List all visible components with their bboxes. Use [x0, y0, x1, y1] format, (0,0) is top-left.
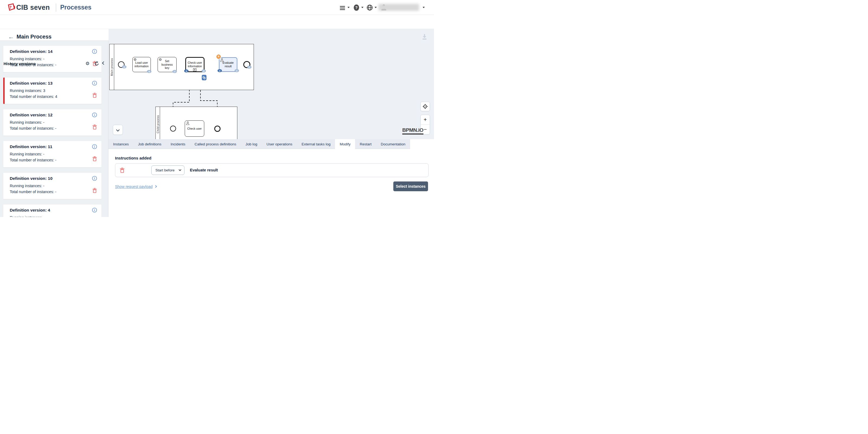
version-card-selected[interactable]: Definition version: 13 Running instances… [3, 78, 101, 104]
delete-version-icon[interactable] [93, 93, 97, 98]
menu-icon[interactable] [340, 5, 345, 11]
reset-viewport-button[interactable] [421, 102, 430, 111]
child-start-event[interactable] [170, 126, 176, 131]
task-badge: 7 [173, 70, 177, 73]
tab-user-operations[interactable]: User operations [262, 139, 297, 149]
delete-version-icon[interactable] [93, 156, 97, 161]
tab-job-log[interactable]: Job log [241, 139, 262, 149]
version-title: Definition version: 4 [10, 208, 50, 213]
help-caret-icon[interactable] [361, 7, 364, 8]
user-menu-caret-icon[interactable] [423, 7, 425, 8]
instructions-added-heading: Instructions added [115, 156, 151, 160]
main-pool-label: Main process [111, 58, 113, 76]
svg-text:7: 7 [9, 5, 12, 9]
total-instances: Total number of instances: - [10, 126, 56, 130]
version-card[interactable]: Definition version: 10 Running instances… [3, 173, 101, 199]
link-overlay-icon[interactable] [202, 75, 207, 80]
task-badge: 2 [218, 69, 222, 72]
version-title: Definition version: 11 [10, 144, 52, 149]
show-request-payload-link[interactable]: Show request payload [115, 184, 153, 189]
refresh-icon[interactable] [94, 61, 99, 66]
menu-caret-icon[interactable] [347, 7, 350, 8]
payload-link-chevron-icon [154, 185, 157, 188]
info-icon[interactable] [92, 81, 97, 86]
gear-icon[interactable]: ⚙ [86, 61, 90, 66]
user-task-person-icon [186, 121, 190, 125]
detail-tabs: Instances Job definitions Incidents Call… [108, 139, 410, 149]
history-versions-list: Definition version: 14 Running instances… [0, 41, 108, 217]
globe-icon[interactable] [367, 4, 373, 11]
version-title: Definition version: 12 [10, 113, 53, 118]
running-instances: Running instances: - [10, 184, 44, 188]
running-instances: Running instances: - [10, 57, 44, 61]
service-task-gear-icon: ⚙ [133, 58, 137, 61]
version-card[interactable]: Definition version: 14 Running instances… [3, 46, 101, 72]
info-icon[interactable] [92, 208, 97, 213]
start-event-badge: 4 [122, 65, 126, 68]
svg-text:?: ? [355, 5, 358, 10]
child-pool-label: Child process [156, 115, 159, 133]
tab-restart[interactable]: Restart [355, 139, 376, 149]
tab-job-definitions[interactable]: Job definitions [133, 139, 166, 149]
app-window: 7 CIB seven Processes ? ← Main P [0, 0, 434, 217]
select-instances-button[interactable]: Select instances [393, 182, 428, 191]
main-pool-lane-strip: Main process [110, 44, 114, 90]
download-icon[interactable] [422, 34, 427, 40]
running-instances: Running instances: - [10, 152, 44, 156]
info-icon[interactable] [92, 144, 97, 149]
tab-instances[interactable]: Instances [108, 139, 133, 149]
total-instances: Total number of instances: - [10, 158, 56, 162]
task-badge: 3 [202, 69, 206, 72]
child-end-event[interactable] [214, 126, 220, 132]
instruction-activity-name: Evaluate result [190, 168, 218, 172]
tab-called-process-definitions[interactable]: Called process definitions [190, 139, 241, 149]
cib-logo-icon: 7 [6, 3, 16, 12]
instruction-type-select[interactable]: Start before [151, 165, 184, 175]
zoom-in-button[interactable]: + [421, 115, 430, 125]
bpmn-diagram-canvas[interactable]: Main process 4 Load user information ⚙ 4… [108, 29, 434, 139]
service-task-gear-icon: ⚙ [159, 58, 162, 61]
total-instances: Total number of instances: 4 [10, 94, 57, 99]
globe-caret-icon[interactable] [375, 7, 377, 8]
user-task-person-icon [220, 58, 224, 62]
version-card[interactable]: Definition version: 11 Running instances… [3, 141, 101, 167]
version-title: Definition version: 14 [10, 49, 53, 54]
instruction-type-value: Start before [155, 168, 175, 172]
brand-divider [56, 3, 56, 12]
end-event-badge: 1 [247, 66, 251, 69]
instruction-added-badge[interactable]: + [216, 55, 221, 59]
move-instruction-up-icon[interactable] [130, 169, 133, 173]
task-badge: 4 [184, 69, 188, 72]
running-instances: Running instances: - [10, 120, 44, 124]
expand-panel-button[interactable] [113, 125, 123, 135]
info-icon[interactable] [92, 49, 97, 54]
section-title: Processes [60, 4, 91, 11]
top-header: 7 CIB seven Processes ? [0, 0, 434, 15]
tab-modify[interactable]: Modify [335, 139, 355, 149]
tab-external-tasks-log[interactable]: External tasks log [297, 139, 335, 149]
page-title: Main Process [17, 34, 52, 40]
delete-version-icon[interactable] [93, 188, 97, 193]
bpmn-io-logo[interactable]: BPMN.iO [402, 127, 424, 134]
running-instances: Running instances: 3 [10, 88, 45, 93]
delete-version-icon[interactable] [93, 124, 97, 130]
tab-documentation[interactable]: Documentation [376, 139, 410, 149]
version-title: Definition version: 13 [10, 81, 53, 86]
info-icon[interactable] [92, 112, 97, 118]
version-card[interactable]: Definition version: 12 Running instances… [3, 109, 101, 135]
back-button[interactable]: ← [8, 33, 14, 41]
help-icon[interactable]: ? [353, 4, 360, 11]
version-card[interactable]: Definition version: 4 Running instances:… [3, 205, 101, 217]
move-instruction-down-icon[interactable] [138, 168, 142, 172]
history-versions-title: History versions [3, 61, 35, 66]
info-icon[interactable] [92, 176, 97, 181]
version-title: Definition version: 10 [10, 176, 53, 181]
page-header: ← Main Process [0, 15, 434, 29]
task-badge: 1 [235, 69, 239, 72]
child-pool-lane-strip: Child process [156, 107, 160, 139]
tab-incidents[interactable]: Incidents [166, 139, 190, 149]
user-name-redacted[interactable] [378, 4, 419, 11]
delete-instruction-icon[interactable] [120, 167, 124, 173]
total-instances: Total number of instances: - [10, 190, 56, 194]
subprocess-plus-marker[interactable]: + [193, 68, 196, 71]
